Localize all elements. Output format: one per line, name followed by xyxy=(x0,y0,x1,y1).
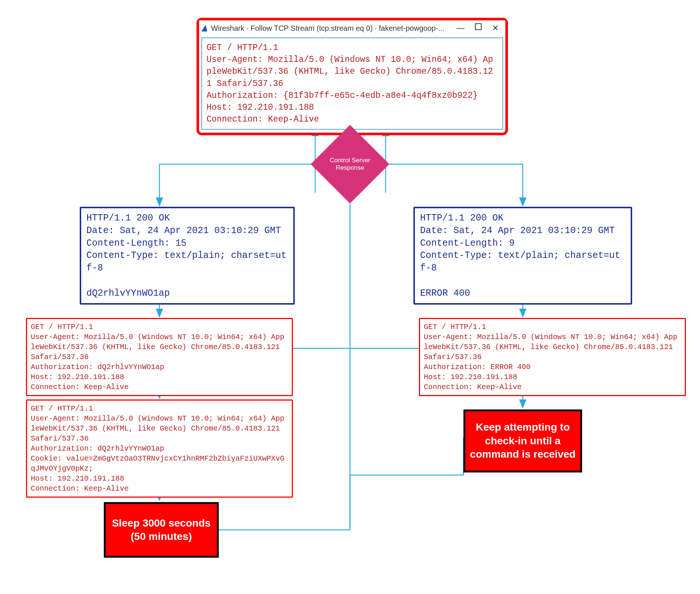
wireshark-window: Wireshark · Follow TCP Stream (tcp.strea… xyxy=(197,18,508,135)
initial-request-body: GET / HTTP/1.1User-Agent: Mozilla/5.0 (W… xyxy=(201,37,503,130)
text-line: Connection: Keep-Alive xyxy=(31,484,288,494)
text-line: Host: 192.210.191.188 xyxy=(31,372,288,382)
decision-diamond: Control Server Response xyxy=(322,136,378,192)
text-line: Content-Type: text/plain; charset=utf-8 xyxy=(86,249,288,275)
text-line: User-Agent: Mozilla/5.0 (Windows NT 10.0… xyxy=(31,414,288,444)
text-line: User-Agent: Mozilla/5.0 (Windows NT 10.0… xyxy=(207,54,498,90)
minimize-icon[interactable] xyxy=(456,23,465,33)
text-line: User-Agent: Mozilla/5.0 (Windows NT 10.0… xyxy=(424,332,681,362)
text-line: GET / HTTP/1.1 xyxy=(31,322,288,332)
text-line: ERROR 400 xyxy=(420,287,625,300)
text-line: Connection: Keep-Alive xyxy=(424,382,681,392)
text-line: Content-Length: 9 xyxy=(420,237,625,250)
text-line: Content-Type: text/plain; charset=utf-8 xyxy=(420,249,625,275)
text-line: HTTP/1.1 200 OK xyxy=(420,212,625,225)
text-line: GET / HTTP/1.1 xyxy=(31,404,288,414)
left-request-1-box: GET / HTTP/1.1User-Agent: Mozilla/5.0 (W… xyxy=(26,318,293,396)
right-request-box: GET / HTTP/1.1User-Agent: Mozilla/5.0 (W… xyxy=(419,318,686,396)
text-line: Host: 192.210.191.188 xyxy=(31,474,288,484)
window-titlebar: Wireshark · Follow TCP Stream (tcp.strea… xyxy=(199,20,505,36)
text-line: Host: 192.210.191.188 xyxy=(207,102,498,113)
maximize-icon[interactable] xyxy=(475,23,482,30)
text-line: Connection: Keep-Alive xyxy=(207,113,498,125)
text-line: User-Agent: Mozilla/5.0 (Windows NT 10.0… xyxy=(31,332,288,362)
text-line: Authorization: dQ2rhlvYYnWO1ap xyxy=(31,362,288,372)
text-line: dQ2rhlvYYnWO1ap xyxy=(86,287,288,300)
text-line: Authorization: ERROR 400 xyxy=(424,362,681,372)
wireshark-icon xyxy=(201,25,209,31)
text-line: Host: 192.210.191.188 xyxy=(424,372,681,382)
left-action-box: Sleep 3000 seconds (50 minutes) xyxy=(104,502,219,558)
decision-label: Control Server Response xyxy=(322,136,378,192)
text-line: Date: Sat, 24 Apr 2021 03:10:29 GMT xyxy=(420,225,625,237)
text-line: Date: Sat, 24 Apr 2021 03:10:29 GMT xyxy=(86,225,288,237)
text-line: Authorization: dQ2rhlvYYnWO1ap xyxy=(31,444,288,454)
close-icon[interactable] xyxy=(492,23,499,33)
text-line: GET / HTTP/1.1 xyxy=(424,322,681,332)
text-line: Authorization: {81f3b7ff-e65c-4edb-a8e4-… xyxy=(207,90,498,102)
text-line: Cookie: value=ZmGgVtzOaO3TRNvjcxCY1hnRMF… xyxy=(31,454,288,474)
left-request-2-box: GET / HTTP/1.1User-Agent: Mozilla/5.0 (W… xyxy=(26,399,293,498)
text-line: GET / HTTP/1.1 xyxy=(207,42,498,54)
right-action-box: Keep attempting to check-in until a comm… xyxy=(463,409,582,472)
window-title: Wireshark · Follow TCP Stream (tcp.strea… xyxy=(211,24,456,33)
text-line: HTTP/1.1 200 OK xyxy=(86,212,288,225)
right-response-box: HTTP/1.1 200 OKDate: Sat, 24 Apr 2021 03… xyxy=(413,207,632,305)
text-line: Connection: Keep-Alive xyxy=(31,382,288,392)
left-response-box: HTTP/1.1 200 OKDate: Sat, 24 Apr 2021 03… xyxy=(80,207,295,305)
text-line: Content-Length: 15 xyxy=(86,237,288,250)
